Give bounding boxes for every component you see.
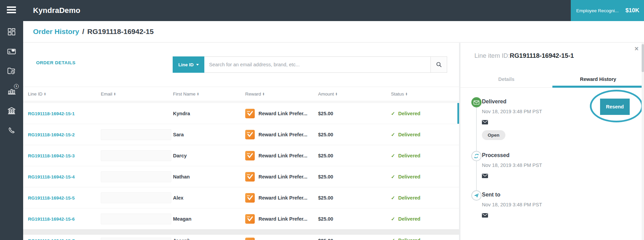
sort-icons[interactable]: ▲ ▼: [44, 92, 46, 96]
line-item-panel: × Line item ID:RG191118-16942-15-1 Detai…: [460, 43, 644, 240]
column-header[interactable]: Status ▲ ▼: [391, 91, 459, 97]
reward-history-timeline: Resend Delivered Nov 18, 2019 3:48 PM PS…: [460, 88, 644, 240]
sidebar-item-order-history[interactable]: [0, 65, 23, 77]
column-header[interactable]: Amount ▲ ▼: [318, 91, 391, 97]
event-title: Processed: [482, 151, 637, 158]
sidebar-item-gift-cards[interactable]: [0, 45, 23, 57]
column-header[interactable]: First Name ▲ ▼: [173, 91, 245, 97]
table-row[interactable]: RG191118-16942-15-2 Sara Reward Link Pre…: [23, 124, 459, 145]
sidebar-item-dashboard[interactable]: [0, 25, 23, 38]
line-id-link[interactable]: RG191118-16942-15-3: [28, 153, 75, 158]
table-body: RG191118-16942-15-1 Kyndra Reward Link P…: [23, 103, 459, 240]
column-label: Amount: [318, 91, 334, 97]
horizontal-scrollbar[interactable]: [23, 229, 459, 235]
sort-desc-icon: ▼: [335, 94, 337, 96]
status-cell: ✓ Delivered: [391, 174, 459, 179]
sort-desc-icon: ▼: [44, 94, 46, 96]
line-item-id-label: Line item ID:: [474, 52, 510, 59]
amount-text: $25.00: [318, 132, 333, 137]
sort-icons[interactable]: ▲ ▼: [197, 92, 199, 96]
table-row[interactable]: RG191118-16942-15-6 Meagan Reward Link P…: [23, 208, 459, 229]
reward-cell: Reward Link Prefer...: [245, 151, 318, 160]
brand-logo[interactable]: KyndraDemo: [33, 0, 80, 21]
sidebar-item-funding[interactable]: [0, 104, 23, 117]
status-check-icon: ✓: [391, 153, 395, 158]
table-row[interactable]: RG191118-16942-15-1 Kyndra Reward Link P…: [23, 103, 459, 124]
sort-desc-icon: ▼: [114, 94, 116, 96]
scrollbar-thumb[interactable]: [642, 44, 644, 72]
event-timestamp: Nov 18, 2019 3:48 PM PST: [482, 109, 637, 114]
event-status-icon: [471, 190, 482, 201]
amount-text: $25.00: [318, 195, 333, 201]
hamburger-menu-icon[interactable]: [7, 6, 16, 15]
timeline-event: Processed Nov 18, 2019 3:48 PM PST: [471, 151, 637, 179]
sidebar-item-reports[interactable]: 1: [0, 85, 23, 97]
reward-name-text: Reward Link Prefer...: [258, 111, 307, 116]
sort-icons[interactable]: ▲ ▼: [405, 92, 407, 96]
status-cell: ✓ Delivered: [391, 238, 459, 240]
campaign-budget-button[interactable]: Employee Recogni... $10K: [571, 0, 644, 21]
status-text: Delivered: [398, 111, 420, 116]
breadcrumb-order-history-link[interactable]: Order History: [33, 28, 79, 36]
line-id-link[interactable]: RG191118-16942-15-7: [28, 238, 75, 240]
line-id-link[interactable]: RG191118-16942-15-5: [28, 195, 75, 201]
status-text: Delivered: [398, 132, 420, 137]
status-check-icon: ✓: [391, 195, 395, 201]
table-header-divider: [23, 101, 459, 103]
status-cell: ✓ Delivered: [391, 132, 459, 137]
campaign-name: Employee Recogni...: [576, 8, 619, 13]
first-name-text: Kyndra: [173, 111, 190, 116]
table-row[interactable]: RG191118-16942-15-5 Alex Reward Link Pre…: [23, 187, 459, 208]
line-id-link[interactable]: RG191118-16942-15-1: [28, 111, 75, 116]
event-title: Sent to: [482, 190, 637, 198]
search-input[interactable]: [204, 56, 431, 73]
close-icon[interactable]: ×: [634, 45, 639, 53]
tab-reward-history[interactable]: Reward History: [552, 72, 644, 87]
panel-title: Line item ID:RG191118-16942-15-1: [474, 52, 574, 59]
support-phone-icon: [7, 126, 16, 135]
status-text: Delivered: [398, 195, 420, 201]
search-filter-dropdown[interactable]: Line ID: [173, 56, 204, 73]
sort-icons[interactable]: ▲ ▼: [335, 92, 337, 96]
status-check-icon: ✓: [391, 174, 395, 179]
reward-link-icon: [245, 109, 255, 118]
first-name-text: Darcy: [173, 153, 187, 158]
table-row[interactable]: RG191118-16942-15-7 Joseph Reward Link P…: [23, 235, 459, 240]
timeline-event: Sent to Nov 18, 2019 3:48 PM PST: [471, 190, 637, 219]
caret-down-icon: [196, 64, 199, 66]
sort-icons[interactable]: ▲ ▼: [114, 92, 116, 96]
email-redacted-box: [101, 129, 171, 140]
search-button[interactable]: [431, 56, 447, 73]
amount-text: $25.00: [318, 174, 333, 179]
status-text: Delivered: [398, 153, 420, 158]
status-cell: ✓ Delivered: [391, 153, 459, 158]
status-cell: ✓ Delivered: [391, 195, 459, 201]
sort-icons[interactable]: ▲ ▼: [263, 92, 265, 96]
table-row[interactable]: RG191118-16942-15-4 Nathan Reward Link P…: [23, 166, 459, 187]
reward-link-icon: [245, 238, 255, 240]
line-id-link[interactable]: RG191118-16942-15-6: [28, 217, 75, 222]
column-header[interactable]: Line ID ▲ ▼: [28, 91, 101, 97]
reward-cell: Reward Link Prefer...: [245, 109, 318, 118]
first-name-text: Alex: [173, 195, 184, 201]
scrollbar[interactable]: [642, 43, 644, 240]
status-check-icon: ✓: [391, 111, 395, 116]
first-name-text: Joseph: [173, 238, 190, 240]
reports-badge: 1: [14, 84, 19, 89]
line-id-link[interactable]: RG191118-16942-15-2: [28, 132, 75, 137]
column-header[interactable]: Reward ▲ ▼: [245, 91, 318, 97]
table-header: Line ID ▲ ▼ Email ▲ ▼ First Name ▲ ▼ Rew…: [23, 87, 459, 101]
sort-desc-icon: ▼: [263, 94, 265, 96]
column-header[interactable]: Email ▲ ▼: [101, 91, 173, 97]
table-row[interactable]: RG191118-16942-15-3 Darcy Reward Link Pr…: [23, 145, 459, 166]
status-text: Delivered: [398, 174, 420, 179]
email-redacted-box: [101, 192, 171, 203]
column-label: First Name: [173, 91, 195, 97]
tab-details[interactable]: Details: [460, 72, 552, 87]
line-id-link[interactable]: RG191118-16942-15-4: [28, 174, 75, 179]
sidebar-item-support[interactable]: [0, 124, 23, 136]
order-details-section: ORDER DETAILS Line ID Line ID ▲ ▼: [23, 43, 459, 240]
funding-bank-icon: [7, 106, 16, 115]
status-check-icon: ✓: [391, 132, 395, 137]
amount-text: $25.00: [318, 111, 333, 116]
